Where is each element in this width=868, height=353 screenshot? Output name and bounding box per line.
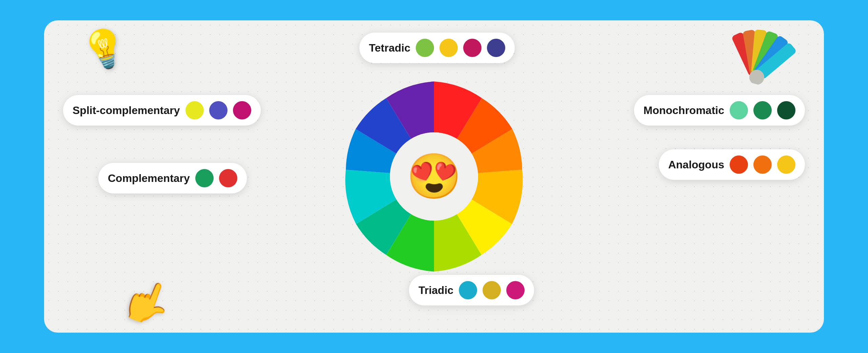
complementary-pill: Complementary [98, 163, 247, 193]
tetradic-dot-1 [416, 39, 434, 57]
main-card: 💡 👆 [44, 20, 824, 333]
analogous-label: Analogous [668, 159, 724, 171]
tetradic-dot-2 [439, 39, 458, 57]
comp-dot-2 [219, 169, 237, 187]
split-complementary-label: Split-complementary [73, 104, 180, 117]
triadic-dot-2 [482, 281, 501, 299]
color-wheel: 😍 [339, 81, 529, 272]
analogous-pill: Analogous [659, 149, 805, 180]
split-complementary-pill: Split-complementary [63, 95, 261, 126]
comp-dot-1 [195, 169, 214, 187]
mono-dot-2 [753, 101, 772, 119]
triadic-dot-1 [459, 281, 477, 299]
tetradic-dot-4 [487, 39, 505, 57]
monochromatic-pill: Monochromatic [634, 95, 805, 126]
mono-dot-1 [730, 101, 748, 119]
lightbulb-decoration: 💡 [77, 22, 133, 76]
triadic-dot-3 [506, 281, 525, 299]
center-emoji: 😍 [390, 132, 478, 221]
monochromatic-label: Monochromatic [644, 104, 724, 117]
split-dot-3 [233, 101, 251, 119]
mono-dot-3 [777, 101, 795, 119]
pointing-hand-decoration: 👆 [115, 271, 179, 333]
tetradic-dot-3 [463, 39, 481, 57]
color-fan-decoration [722, 16, 804, 93]
analogous-dot-3 [777, 155, 795, 174]
tetradic-pill: Tetradic [359, 33, 515, 63]
triadic-pill: Triadic [409, 275, 534, 305]
triadic-label: Triadic [418, 284, 453, 297]
analogous-dot-2 [753, 155, 772, 174]
analogous-dot-1 [730, 155, 748, 174]
tetradic-label: Tetradic [369, 42, 410, 54]
split-dot-1 [185, 101, 204, 119]
complementary-label: Complementary [108, 172, 190, 185]
split-dot-2 [209, 101, 228, 119]
